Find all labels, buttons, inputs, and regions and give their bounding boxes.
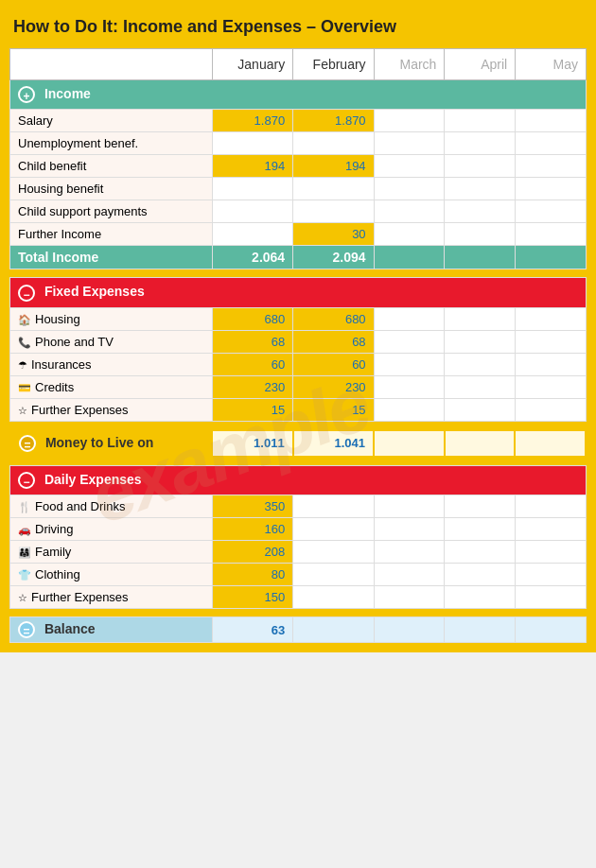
money-live-row: = Money to Live on 1.011 1.041 [10,430,586,457]
food-icon: 🍴 [18,501,31,512]
insurances-label: ☂Insurances [10,353,213,375]
table-row: 💳Credits 230 230 [10,375,587,398]
fixed-expenses-table: − Fixed Expenses 🏠Housing 680 680 📞Phone… [9,277,587,421]
further-expenses-daily-label: ☆Further Expenses [10,586,213,609]
money-table: = Money to Live on 1.011 1.041 [9,429,587,458]
further-income-feb: 30 [293,223,374,246]
table-row: 👨‍👩‍👧Family 208 [10,541,587,564]
money-live-jan: 1.011 [212,430,292,457]
child-benefit-jan: 194 [212,155,292,178]
salary-may [516,110,587,132]
phone-tv-label: 📞Phone and TV [10,330,213,353]
total-income-label: Total Income [10,246,213,269]
table-row: 👕Clothing 80 [10,564,587,586]
fixed-minus-icon: − [18,285,35,302]
salary-jan: 1.870 [212,110,292,132]
balance-text: Balance [44,621,96,636]
clothing-icon: 👕 [18,569,31,581]
table-row: 🏠Housing 680 680 [10,307,587,330]
housing-jan: 680 [212,307,292,330]
income-section-header: + Income [10,80,587,110]
salary-feb: 1.870 [293,110,374,132]
balance-table: = Balance 63 [9,616,587,643]
spacer-4 [9,609,587,616]
total-income-feb: 2.094 [293,246,374,269]
spacer-1 [9,269,587,277]
further-daily-jan: 150 [212,586,292,609]
table-row: 📞Phone and TV 68 68 [10,330,587,353]
daily-section-header: − Daily Expenses [10,465,587,495]
driving-jan: 160 [212,518,292,541]
table-row: Child benefit 194 194 [10,155,587,178]
star-icon-fixed: ☆ [18,405,27,416]
spacer-3 [9,458,587,465]
table-row: 🍴Food and Drinks 350 [10,495,587,518]
child-benefit-label: Child benefit [10,155,213,178]
food-jan: 350 [212,495,292,518]
star-icon-daily: ☆ [18,592,27,603]
daily-header-label: Daily Expenses [44,472,142,487]
credits-label: 💳Credits [10,375,213,398]
fixed-header-label: Fixed Expenses [44,284,145,299]
clothing-label: 👕Clothing [10,564,213,586]
housing-feb: 680 [293,307,374,330]
page: How to Do It: Income and Expenses – Over… [0,0,596,652]
salary-mar [374,110,445,132]
income-plus-icon: + [18,86,35,103]
salary-label: Salary [10,110,213,132]
table-row: Salary 1.870 1.870 [10,110,587,132]
table-container: example January February March April May… [9,48,587,643]
total-income-row: Total Income 2.064 2.094 [10,246,587,269]
further-income-label: Further Income [10,223,213,246]
daily-header-cell: − Daily Expenses [10,465,587,495]
money-equals-icon: = [19,435,36,452]
fixed-section-header: − Fixed Expenses [10,278,587,307]
child-benefit-feb: 194 [293,155,374,178]
col-label-header [10,49,213,80]
food-label: 🍴Food and Drinks [10,495,213,518]
income-header-label: Income [44,86,91,101]
credits-icon: 💳 [18,382,31,393]
credits-feb: 230 [293,375,374,398]
daily-minus-icon: − [18,472,35,489]
balance-label: = Balance [10,617,213,643]
col-february-header: February [293,49,374,80]
salary-apr [445,110,516,132]
further-fixed-jan: 15 [212,398,292,421]
housing-label: 🏠Housing [10,307,213,330]
spacer-2 [9,422,587,429]
further-expenses-fixed-label: ☆Further Expenses [10,398,213,421]
balance-jan: 63 [212,617,292,643]
total-income-jan: 2.064 [212,246,292,269]
housing-benefit-label: Housing benefit [10,178,213,200]
table-row: Child support payments [10,200,587,223]
family-icon: 👨‍👩‍👧 [18,547,31,558]
table-row: 🚗Driving 160 [10,518,587,541]
phone-icon: 📞 [18,337,31,348]
table-row: Unemployment benef. [10,132,587,155]
car-icon: 🚗 [18,524,31,535]
money-live-label: = Money to Live on [10,430,212,457]
unemployment-label: Unemployment benef. [10,132,213,155]
balance-equals-icon: = [18,621,35,638]
col-may-header: May [516,49,587,80]
child-support-label: Child support payments [10,200,213,223]
insurance-jan: 60 [212,353,292,375]
table-row: Housing benefit [10,178,587,200]
table-row: ☆Further Expenses 150 [10,586,587,609]
clothing-jan: 80 [212,564,292,586]
balance-row: = Balance 63 [10,617,587,643]
column-header-row: January February March April May [10,49,587,80]
housing-icon: 🏠 [18,314,31,325]
phone-feb: 68 [293,330,374,353]
money-live-text: Money to Live on [45,435,153,450]
table-row: ☆Further Expenses 15 15 [10,398,587,421]
insurance-feb: 60 [293,353,374,375]
credits-jan: 230 [212,375,292,398]
further-fixed-feb: 15 [293,398,374,421]
table-row: ☂Insurances 60 60 [10,353,587,375]
family-jan: 208 [212,541,292,564]
phone-jan: 68 [212,330,292,353]
col-january-header: January [212,49,292,80]
income-header-cell: + Income [10,80,587,110]
